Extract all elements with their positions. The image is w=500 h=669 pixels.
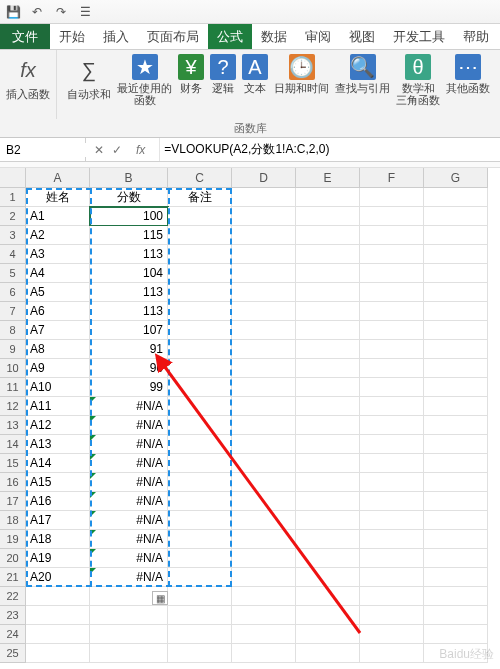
row-header[interactable]: 10 [0, 359, 26, 378]
cell-C13[interactable] [168, 416, 232, 435]
cell-B17[interactable]: #N/A [90, 492, 168, 511]
cell-E14[interactable] [296, 435, 360, 454]
cell-D7[interactable] [232, 302, 296, 321]
tab-file[interactable]: 文件 [0, 24, 50, 49]
cell-F9[interactable] [360, 340, 424, 359]
cell-C1[interactable]: 备注 [168, 188, 232, 207]
cell-F11[interactable] [360, 378, 424, 397]
cell-C14[interactable] [168, 435, 232, 454]
cell-C22[interactable] [168, 587, 232, 606]
cell-F20[interactable] [360, 549, 424, 568]
cell-A6[interactable]: A5 [26, 283, 90, 302]
cancel-icon[interactable]: ✕ [94, 143, 104, 157]
cell-G12[interactable] [424, 397, 488, 416]
cell-G1[interactable] [424, 188, 488, 207]
cell-B19[interactable]: #N/A [90, 530, 168, 549]
cell-B7[interactable]: 113 [90, 302, 168, 321]
cell-G10[interactable] [424, 359, 488, 378]
cell-G13[interactable] [424, 416, 488, 435]
logical-button[interactable]: ? 逻辑 [210, 54, 236, 94]
cell-F6[interactable] [360, 283, 424, 302]
cell-E19[interactable] [296, 530, 360, 549]
cell-F22[interactable] [360, 587, 424, 606]
cell-A14[interactable]: A13 [26, 435, 90, 454]
undo-icon[interactable]: ↶ [30, 5, 44, 19]
column-header-F[interactable]: F [360, 168, 424, 188]
cell-C4[interactable] [168, 245, 232, 264]
customize-icon[interactable]: ☰ [78, 5, 92, 19]
cell-D23[interactable] [232, 606, 296, 625]
cell-D6[interactable] [232, 283, 296, 302]
column-header-B[interactable]: B [90, 168, 168, 188]
cell-B8[interactable]: 107 [90, 321, 168, 340]
cell-E9[interactable] [296, 340, 360, 359]
cell-A13[interactable]: A12 [26, 416, 90, 435]
cell-G8[interactable] [424, 321, 488, 340]
cell-B24[interactable] [90, 625, 168, 644]
cell-A9[interactable]: A8 [26, 340, 90, 359]
cell-G4[interactable] [424, 245, 488, 264]
row-header[interactable]: 8 [0, 321, 26, 340]
cell-E10[interactable] [296, 359, 360, 378]
cell-C11[interactable] [168, 378, 232, 397]
row-header[interactable]: 11 [0, 378, 26, 397]
financial-button[interactable]: ¥ 财务 [178, 54, 204, 94]
cell-B18[interactable]: #N/A [90, 511, 168, 530]
cell-C5[interactable] [168, 264, 232, 283]
row-header[interactable]: 9 [0, 340, 26, 359]
cell-C16[interactable] [168, 473, 232, 492]
cell-E25[interactable] [296, 644, 360, 663]
cell-F3[interactable] [360, 226, 424, 245]
row-header[interactable]: 21 [0, 568, 26, 587]
cell-E5[interactable] [296, 264, 360, 283]
cell-A19[interactable]: A18 [26, 530, 90, 549]
cell-B23[interactable] [90, 606, 168, 625]
fx-icon[interactable]: fx [130, 143, 151, 157]
cell-A20[interactable]: A19 [26, 549, 90, 568]
cell-G3[interactable] [424, 226, 488, 245]
cell-G9[interactable] [424, 340, 488, 359]
tab-view[interactable]: 视图 [340, 24, 384, 49]
cell-A15[interactable]: A14 [26, 454, 90, 473]
cell-F25[interactable] [360, 644, 424, 663]
row-header[interactable]: 15 [0, 454, 26, 473]
enter-icon[interactable]: ✓ [112, 143, 122, 157]
cell-C24[interactable] [168, 625, 232, 644]
cell-D2[interactable] [232, 207, 296, 226]
cell-B10[interactable]: 96 [90, 359, 168, 378]
autofill-options-button[interactable]: ▦ [152, 591, 168, 605]
cell-D24[interactable] [232, 625, 296, 644]
cell-A3[interactable]: A2 [26, 226, 90, 245]
cell-E1[interactable] [296, 188, 360, 207]
cell-E6[interactable] [296, 283, 360, 302]
cell-E7[interactable] [296, 302, 360, 321]
save-icon[interactable]: 💾 [6, 5, 20, 19]
cell-B1[interactable]: 分数 [90, 188, 168, 207]
select-all-corner[interactable] [0, 168, 26, 188]
cell-C17[interactable] [168, 492, 232, 511]
tab-data[interactable]: 数据 [252, 24, 296, 49]
row-header[interactable]: 3 [0, 226, 26, 245]
cell-A8[interactable]: A7 [26, 321, 90, 340]
cell-D10[interactable] [232, 359, 296, 378]
cell-B5[interactable]: 104 [90, 264, 168, 283]
cell-B16[interactable]: #N/A [90, 473, 168, 492]
cell-D1[interactable] [232, 188, 296, 207]
text-button[interactable]: A 文本 [242, 54, 268, 94]
cell-E21[interactable] [296, 568, 360, 587]
cell-D15[interactable] [232, 454, 296, 473]
cell-G24[interactable] [424, 625, 488, 644]
formula-input[interactable] [160, 138, 500, 161]
cell-E3[interactable] [296, 226, 360, 245]
cell-G6[interactable] [424, 283, 488, 302]
math-button[interactable]: θ 数学和 三角函数 [396, 54, 440, 106]
cell-F24[interactable] [360, 625, 424, 644]
cell-C9[interactable] [168, 340, 232, 359]
cell-D4[interactable] [232, 245, 296, 264]
cell-A21[interactable]: A20 [26, 568, 90, 587]
cell-E8[interactable] [296, 321, 360, 340]
cell-D13[interactable] [232, 416, 296, 435]
cell-G15[interactable] [424, 454, 488, 473]
row-header[interactable]: 6 [0, 283, 26, 302]
cell-F13[interactable] [360, 416, 424, 435]
